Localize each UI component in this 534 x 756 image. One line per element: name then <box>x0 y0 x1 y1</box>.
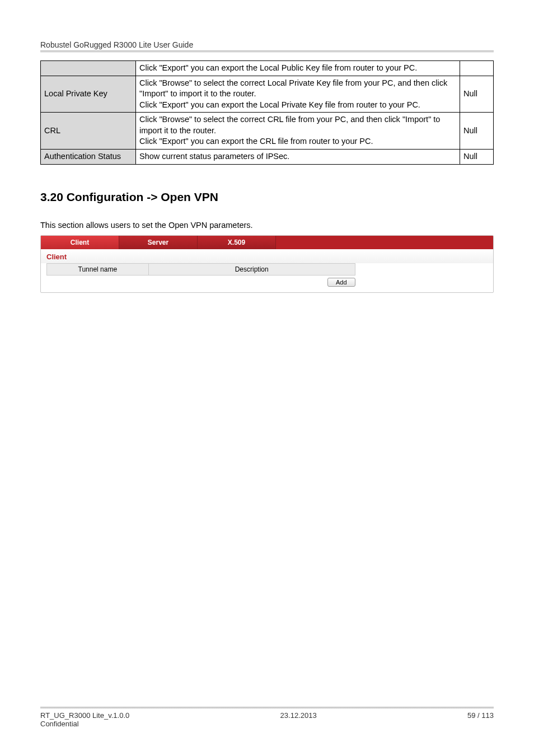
table-header-row: Tunnel name Description <box>47 263 355 275</box>
table-row: Click "Export" you can export the Local … <box>41 61 494 76</box>
section-heading: 3.20 Configuration -> Open VPN <box>40 190 494 204</box>
cell-name: Authentication Status <box>41 149 136 164</box>
table-row: Authentication Status Show current statu… <box>41 149 494 164</box>
cell-desc: Show current status parameters of IPSec. <box>136 149 460 164</box>
cell-name: CRL <box>41 113 136 150</box>
footer-rule <box>40 707 494 709</box>
cell-name <box>41 61 136 76</box>
section-intro: This section allows users to set the Ope… <box>40 221 494 230</box>
footer-right: 59 / 113 <box>467 711 494 720</box>
header-rule <box>40 50 494 53</box>
table-row: CRL Click "Browse" to select the correct… <box>41 113 494 150</box>
properties-table: Click "Export" you can export the Local … <box>40 60 494 165</box>
cell-default: Null <box>460 149 494 164</box>
client-list-table: Tunnel name Description <box>46 263 355 276</box>
tab-client[interactable]: Client <box>41 236 119 249</box>
tab-server[interactable]: Server <box>119 236 198 249</box>
page-footer: RT_UG_R3000 Lite_v.1.0.0 23.12.2013 59 /… <box>40 707 494 728</box>
table-row: Local Private Key Click "Browse" to sele… <box>41 76 494 113</box>
page-header: Robustel GoRugged R3000 Lite User Guide <box>40 40 494 50</box>
cell-desc: Click "Browse" to select the correct Loc… <box>136 76 460 113</box>
footer-center: 23.12.2013 <box>280 711 317 720</box>
cell-default <box>460 61 494 76</box>
cell-desc: Click "Browse" to select the correct CRL… <box>136 113 460 150</box>
footer-left: RT_UG_R3000 Lite_v.1.0.0 <box>40 711 129 720</box>
add-button[interactable]: Add <box>327 278 355 287</box>
cell-name: Local Private Key <box>41 76 136 113</box>
openvpn-client-panel: Client Server X.509 Client Tunnel name D… <box>40 235 494 293</box>
panel-title: Client <box>41 249 493 263</box>
cell-desc: Click "Export" you can export the Local … <box>136 61 460 76</box>
tab-x509[interactable]: X.509 <box>198 236 276 249</box>
col-description: Description <box>148 263 355 275</box>
col-tunnel-name: Tunnel name <box>47 263 149 275</box>
tab-bar: Client Server X.509 <box>41 236 493 249</box>
footer-confidential: Confidential <box>40 720 494 728</box>
cell-default: Null <box>460 113 494 150</box>
cell-default: Null <box>460 76 494 113</box>
